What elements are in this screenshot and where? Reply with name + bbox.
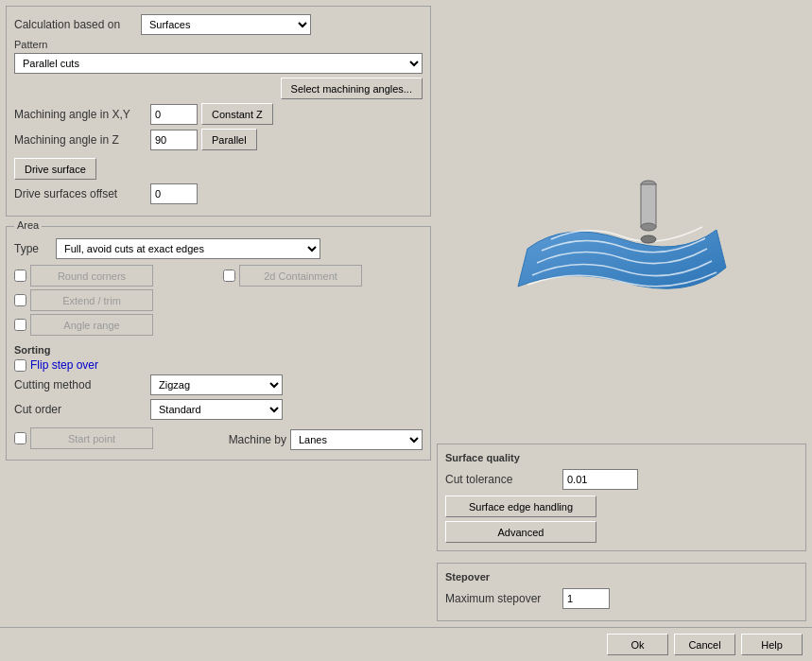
surface-quality-section: Surface quality Cut tolerance Surface ed…	[437, 444, 806, 551]
content-area: Calculation based on Surfaces Pattern Pa…	[0, 0, 812, 627]
cutting-method-select[interactable]: Zigzag	[150, 374, 283, 395]
angle-range-checkbox[interactable]	[14, 319, 26, 331]
cut-tolerance-row: Cut tolerance	[445, 469, 798, 490]
surface-buttons: Surface edge handling Advanced	[445, 496, 798, 543]
max-stepover-row: Maximum stepover	[445, 588, 798, 609]
machining-angle-z-row: Machining angle in Z Parallel	[14, 129, 423, 150]
surface-quality-title: Surface quality	[445, 452, 798, 463]
area-type-select[interactable]: Full, avoid cuts at exact edges	[56, 238, 320, 259]
cutting-method-row: Cutting method Zigzag	[14, 374, 423, 395]
area-section: Area Type Full, avoid cuts at exact edge…	[6, 226, 431, 461]
angle-range-row: Angle range	[14, 314, 214, 336]
surface-visualization	[509, 135, 735, 305]
flip-step-over-label[interactable]: Flip step over	[30, 358, 98, 372]
svg-rect-1	[641, 184, 656, 227]
extend-trim-row: Extend / trim	[14, 289, 214, 311]
cut-order-label: Cut order	[14, 403, 147, 416]
cut-tolerance-label: Cut tolerance	[445, 473, 559, 486]
containment-2d-row: 2d Containment	[223, 265, 362, 287]
cut-order-select[interactable]: Standard	[150, 399, 283, 420]
machining-angle-z-label: Machining angle in Z	[14, 133, 147, 147]
select-machining-angles-button[interactable]: Select machining angles...	[281, 78, 423, 99]
round-corners-checkbox[interactable]	[14, 270, 26, 282]
sorting-title: Sorting	[14, 344, 423, 356]
start-point-button[interactable]: Start point	[30, 427, 153, 449]
area-title: Area	[14, 219, 42, 231]
svg-point-3	[641, 235, 656, 243]
stepover-title: Stepover	[445, 571, 798, 583]
help-button[interactable]: Help	[741, 634, 803, 655]
cutting-method-label: Cutting method	[14, 378, 147, 391]
calc-based-on-label: Calculation based on	[14, 18, 137, 31]
calc-based-on-select[interactable]: Surfaces	[141, 14, 311, 35]
machine-by-row: Machine by Lanes	[229, 429, 423, 450]
right-panel: Surface quality Cut tolerance Surface ed…	[437, 6, 806, 621]
flip-step-over-row: Flip step over	[14, 358, 423, 372]
machining-angle-xy-label: Machining angle in X,Y	[14, 108, 147, 121]
checkboxes-area: Round corners Extend / trim Angle range	[14, 265, 423, 339]
start-machine-row: Start point Machine by Lanes	[14, 427, 423, 452]
right-checkboxes: 2d Containment	[223, 265, 423, 339]
left-checkboxes: Round corners Extend / trim Angle range	[14, 265, 214, 339]
drive-surfaces-offset-label: Drive surfaces offset	[14, 187, 147, 200]
stepover-section: Stepover Maximum stepover	[437, 563, 806, 621]
machine-by-label: Machine by	[229, 433, 286, 446]
constant-z-button[interactable]: Constant Z	[201, 103, 273, 125]
visualization-area	[437, 6, 806, 434]
pattern-group: Pattern Parallel cuts	[14, 39, 423, 74]
containment-2d-checkbox[interactable]	[223, 270, 235, 282]
machining-angle-xy-input[interactable]	[150, 104, 198, 125]
machining-angle-xy-row: Machining angle in X,Y Constant Z	[14, 103, 423, 125]
drive-surfaces-offset-input[interactable]	[150, 183, 198, 204]
start-point-row: Start point	[14, 427, 153, 449]
containment-2d-button[interactable]: 2d Containment	[239, 265, 362, 287]
max-stepover-input[interactable]	[562, 588, 610, 609]
advanced-button[interactable]: Advanced	[445, 521, 596, 543]
main-window: Calculation based on Surfaces Pattern Pa…	[0, 0, 812, 661]
pattern-select[interactable]: Parallel cuts	[14, 53, 423, 74]
max-stepover-label: Maximum stepover	[445, 592, 559, 605]
ok-button[interactable]: Ok	[607, 634, 668, 655]
flip-step-over-checkbox[interactable]	[14, 359, 26, 372]
extend-trim-checkbox[interactable]	[14, 294, 26, 306]
cancel-button[interactable]: Cancel	[674, 634, 735, 655]
surface-edge-handling-button[interactable]: Surface edge handling	[445, 496, 596, 517]
svg-point-2	[641, 223, 656, 231]
cut-tolerance-input[interactable]	[562, 469, 638, 490]
machine-by-select[interactable]: Lanes	[290, 429, 423, 450]
top-section: Calculation based on Surfaces Pattern Pa…	[6, 6, 431, 217]
start-point-checkbox[interactable]	[14, 432, 26, 444]
round-corners-row: Round corners	[14, 265, 214, 287]
bottom-bar: Ok Cancel Help	[0, 627, 812, 661]
machining-angle-z-input[interactable]	[150, 130, 198, 150]
select-angles-row: Select machining angles...	[14, 78, 423, 99]
drive-surface-row: Drive surface	[14, 158, 423, 180]
area-type-label: Type	[14, 242, 52, 255]
drive-surfaces-offset-row: Drive surfaces offset	[14, 183, 423, 204]
angle-range-button[interactable]: Angle range	[30, 314, 153, 336]
parallel-button[interactable]: Parallel	[201, 129, 257, 150]
calc-based-on-row: Calculation based on Surfaces	[14, 14, 423, 35]
sorting-section: Sorting Flip step over Cutting method Zi…	[14, 344, 423, 420]
area-type-row: Type Full, avoid cuts at exact edges	[14, 238, 423, 259]
cut-order-row: Cut order Standard	[14, 399, 423, 420]
pattern-label: Pattern	[14, 39, 423, 50]
extend-trim-button[interactable]: Extend / trim	[30, 289, 153, 311]
drive-surface-button[interactable]: Drive surface	[14, 158, 96, 180]
left-panel: Calculation based on Surfaces Pattern Pa…	[6, 6, 431, 621]
round-corners-button[interactable]: Round corners	[30, 265, 153, 287]
